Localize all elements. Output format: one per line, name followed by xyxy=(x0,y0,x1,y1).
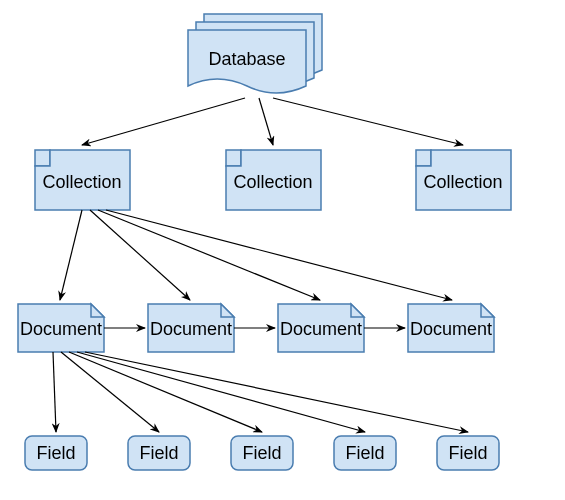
database-label: Database xyxy=(208,49,285,69)
arrow xyxy=(106,210,452,300)
field-label: Field xyxy=(242,443,281,463)
arrow xyxy=(98,210,320,300)
collection-node: Collection xyxy=(226,150,321,210)
arrow xyxy=(259,98,273,145)
field-node: Field xyxy=(334,436,396,470)
arrow xyxy=(82,98,245,145)
arrow xyxy=(53,352,56,432)
arrow xyxy=(69,352,262,432)
collection-label: Collection xyxy=(42,172,121,192)
hierarchy-diagram: Database Collection Collection Collectio… xyxy=(0,0,565,500)
field-node: Field xyxy=(128,436,190,470)
field-label: Field xyxy=(139,443,178,463)
arrow xyxy=(90,210,190,300)
field-label: Field xyxy=(345,443,384,463)
field-label: Field xyxy=(36,443,75,463)
arrow xyxy=(77,352,365,432)
collection-label: Collection xyxy=(233,172,312,192)
document-node: Document xyxy=(408,304,494,352)
document-node: Document xyxy=(18,304,104,352)
document-label: Document xyxy=(20,319,102,339)
database-node: Database xyxy=(188,14,322,93)
arrow xyxy=(60,210,82,300)
arrow xyxy=(273,98,463,145)
collection-node: Collection xyxy=(416,150,511,210)
document-node: Document xyxy=(278,304,364,352)
document-label: Document xyxy=(410,319,492,339)
document-label: Document xyxy=(150,319,232,339)
field-node: Field xyxy=(437,436,499,470)
collection-label: Collection xyxy=(423,172,502,192)
field-label: Field xyxy=(448,443,487,463)
document-node: Document xyxy=(148,304,234,352)
field-node: Field xyxy=(25,436,87,470)
field-node: Field xyxy=(231,436,293,470)
arrow xyxy=(85,352,468,432)
document-label: Document xyxy=(280,319,362,339)
collection-node: Collection xyxy=(35,150,130,210)
